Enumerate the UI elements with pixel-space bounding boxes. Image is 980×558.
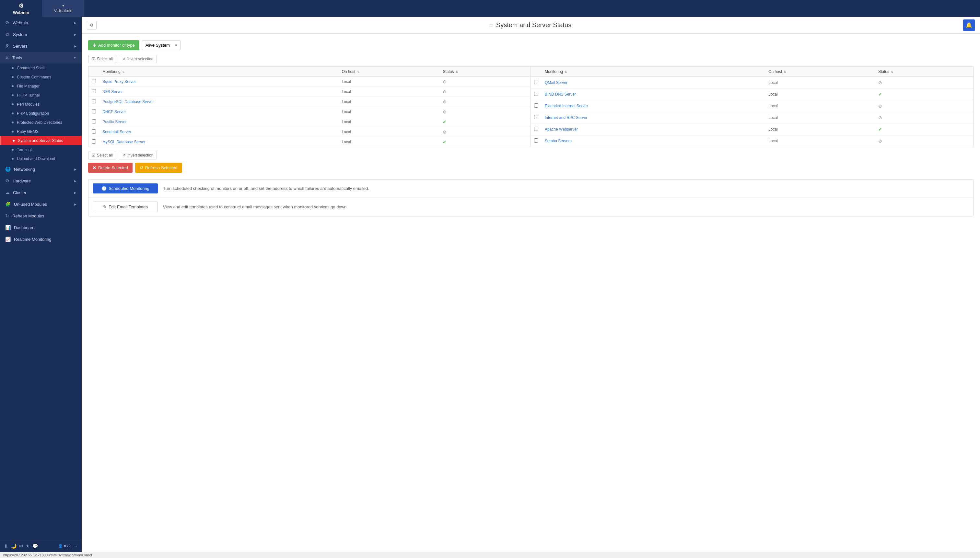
row-checkbox[interactable]: [534, 92, 538, 96]
sidebar-item-protected-web-directories[interactable]: Protected Web Directories: [0, 118, 82, 127]
monitor-link[interactable]: BIND DNS Server: [545, 92, 576, 97]
monitor-link[interactable]: Internet and RPC Server: [545, 115, 587, 120]
sidebar-item-refresh-modules[interactable]: ↻ Refresh Modules: [0, 210, 82, 222]
edit-email-templates-description: View and edit templates used to construc…: [163, 205, 348, 209]
notifications-button[interactable]: 🔔: [963, 20, 975, 31]
monitor-link[interactable]: Extended Internet Server: [545, 104, 588, 108]
networking-label: Networking: [14, 167, 35, 172]
row-checkbox[interactable]: [534, 115, 538, 119]
sidebar-item-system-server-status[interactable]: System and Server Status: [0, 136, 82, 145]
sidebar-item-tools[interactable]: ✕ Tools ▼: [0, 52, 82, 64]
monitor-link[interactable]: Apache Webserver: [545, 127, 578, 131]
status-cell: ⊘: [875, 135, 973, 147]
table-row: Sendmail Server Local ⊘: [89, 127, 531, 137]
monitor-link[interactable]: MySQL Database Server: [102, 140, 146, 144]
sidebar-item-perl-modules[interactable]: Perl Modules: [0, 100, 82, 109]
webmin-arrow: ▶: [74, 21, 77, 25]
monitors-grid: Monitoring ⇅ On host ⇅ Status ⇅ Squid Pr…: [88, 66, 973, 147]
edit-email-templates-button[interactable]: ✎ Edit Email Templates: [93, 202, 158, 212]
sidebar-item-ruby-gems[interactable]: Ruby GEMS: [0, 127, 82, 136]
favorites-icon[interactable]: ★: [26, 543, 30, 548]
host-cell: Local: [765, 135, 875, 147]
status-cell: ⊘: [875, 100, 973, 112]
host-cell: Local: [765, 100, 875, 112]
select-all-icon: ☑: [92, 57, 95, 61]
sidebar-item-http-tunnel[interactable]: HTTP Tunnel: [0, 91, 82, 100]
dot-icon: [11, 94, 14, 96]
sidebar-item-file-manager[interactable]: File Manager: [0, 82, 82, 91]
sidebar-item-command-shell[interactable]: Command Shell: [0, 64, 82, 72]
refresh-selected-button[interactable]: ↺ Refresh Selected: [135, 162, 182, 173]
monitor-link[interactable]: Samba Servers: [545, 139, 572, 143]
table-row: PostgreSQL Database Server Local ⊘: [89, 97, 531, 107]
user-icon[interactable]: 👤 root: [58, 544, 71, 548]
sidebar-item-dashboard[interactable]: 📊 Dashboard: [0, 222, 82, 233]
scheduled-monitoring-label: Scheduled Monitoring: [108, 186, 149, 191]
settings-button[interactable]: ⚙: [87, 21, 97, 30]
scheduled-monitoring-button[interactable]: 🕐 Scheduled Monitoring: [93, 184, 158, 194]
row-checkbox[interactable]: [92, 79, 96, 83]
virtualmin-tab[interactable]: ▼ Virtualmin: [42, 0, 84, 17]
sidebar-item-cluster[interactable]: ☁ Cluster ▶: [0, 187, 82, 198]
invert-selection-button-bottom[interactable]: ↺ Invert selection: [119, 151, 157, 159]
servers-arrow: ▶: [74, 44, 77, 48]
sidebar-item-webmin[interactable]: ⚙ Webmin ▶: [0, 17, 82, 28]
select-all-button-top[interactable]: ☑ Select all: [88, 55, 117, 63]
sidebar-item-networking[interactable]: 🌐 Networking ▶: [0, 163, 82, 175]
monitor-link[interactable]: PostgreSQL Database Server: [102, 100, 154, 104]
dot-icon: [11, 85, 14, 87]
monitor-type-select[interactable]: Alive System HTTP Server FTP Server SMTP…: [142, 40, 181, 50]
row-checkbox[interactable]: [92, 140, 96, 144]
delete-selected-button[interactable]: ✖ Delete Selected: [88, 162, 133, 173]
sidebar-item-terminal[interactable]: Terminal: [0, 145, 82, 154]
sidebar-item-servers[interactable]: 🗄 Servers ▶: [0, 40, 82, 52]
favorite-star-icon[interactable]: ☆: [488, 22, 494, 29]
chat-icon[interactable]: 💬: [33, 543, 38, 548]
select-all-button-bottom[interactable]: ☑ Select all: [88, 151, 117, 159]
sidebar-item-system[interactable]: 🖥 System ▶: [0, 28, 82, 40]
pause-icon[interactable]: ⏸: [4, 543, 8, 548]
row-checkbox[interactable]: [92, 99, 96, 103]
sidebar-item-realtime-monitoring[interactable]: 📈 Realtime Monitoring: [0, 233, 82, 245]
night-mode-icon[interactable]: 🌙: [11, 543, 16, 548]
row-checkbox[interactable]: [92, 119, 96, 123]
refresh-modules-label: Refresh Modules: [12, 213, 44, 218]
row-checkbox[interactable]: [92, 89, 96, 94]
webmin-logo[interactable]: ⚙ Webmin: [0, 0, 42, 17]
row-checkbox[interactable]: [92, 109, 96, 113]
status-cell: ⊘: [875, 112, 973, 123]
invert-selection-button-top[interactable]: ↺ Invert selection: [119, 55, 157, 63]
row-checkbox[interactable]: [534, 80, 538, 84]
status-ok-icon: ✔: [443, 140, 446, 144]
status-disabled-icon: ⊘: [443, 129, 446, 135]
sidebar-item-php-configuration[interactable]: PHP Configuration: [0, 109, 82, 118]
sidebar-item-hardware[interactable]: ⚙ Hardware ▶: [0, 175, 82, 187]
table-row: Squid Proxy Server Local ⊘: [89, 77, 531, 87]
sidebar-item-upload-download[interactable]: Upload and Download: [0, 154, 82, 163]
monitor-link[interactable]: NFS Server: [102, 89, 123, 94]
logout-icon[interactable]: →: [73, 543, 78, 548]
monitor-link[interactable]: Squid Proxy Server: [102, 79, 136, 84]
host-cell: Local: [338, 107, 440, 117]
host-cell: Local: [338, 127, 440, 137]
th-status-left: Status ⇅: [440, 67, 530, 77]
monitor-link[interactable]: QMail Server: [545, 80, 568, 85]
networking-icon: 🌐: [5, 167, 11, 172]
status-cell: ⊘: [440, 97, 530, 107]
mail-icon[interactable]: ✉: [19, 543, 23, 548]
add-monitor-button[interactable]: ✚ Add monitor of type: [88, 40, 140, 50]
monitor-link[interactable]: Postfix Server: [102, 120, 127, 124]
row-checkbox[interactable]: [534, 138, 538, 143]
monitor-link[interactable]: DHCP Server: [102, 110, 126, 114]
row-checkbox[interactable]: [534, 103, 538, 108]
monitor-link[interactable]: Sendmail Server: [102, 130, 131, 134]
row-checkbox[interactable]: [92, 129, 96, 133]
host-cell: Local: [765, 123, 875, 135]
th-monitoring-right: Monitoring ⇅: [542, 67, 765, 77]
sidebar-item-custom-commands[interactable]: Custom Commands: [0, 72, 82, 82]
sidebar: ⚙ Webmin ▶ 🖥 System ▶ 🗄 Servers ▶ ✕ Tool…: [0, 17, 82, 552]
sort-icon: ⇅: [891, 70, 893, 74]
status-cell: ⊘: [440, 77, 530, 87]
row-checkbox[interactable]: [534, 127, 538, 131]
sidebar-item-unused-modules[interactable]: 🧩 Un-used Modules ▶: [0, 198, 82, 210]
